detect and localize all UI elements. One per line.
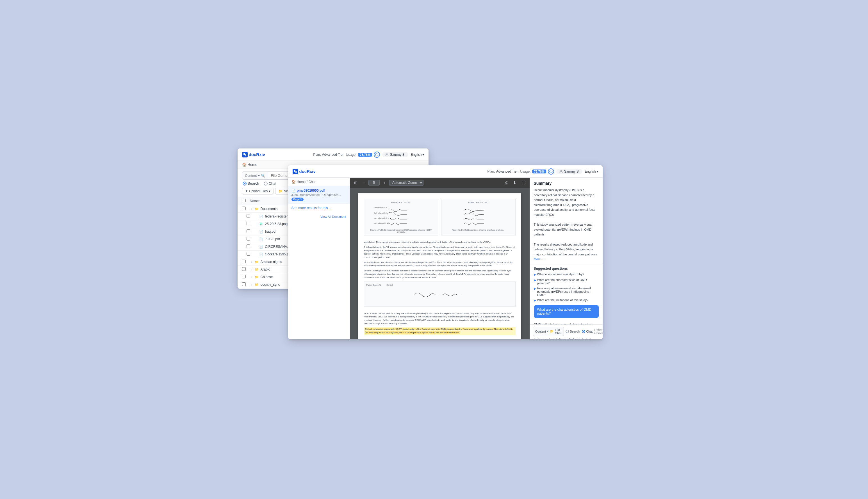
pdf-zoom-out-btn[interactable]: −	[361, 180, 366, 185]
suggested-questions-title: Suggested questions	[530, 264, 603, 272]
chat-scope-label: Limit scope to only files or folders sel…	[533, 338, 600, 339]
pdf-content[interactable]: Patient case 1 → OMD Dark-adapted 0.01 D…	[350, 188, 530, 339]
logo-text-2: docRxiv	[299, 169, 316, 174]
chevron-down-icon-4: ▾	[596, 170, 598, 173]
row-checkbox-8[interactable]	[242, 267, 246, 271]
row-checkbox-10[interactable]	[242, 282, 246, 286]
file-name-text: Documents	[261, 207, 278, 211]
summary-more-link[interactable]: More ...	[534, 257, 544, 261]
row-checkbox-2[interactable]	[246, 222, 250, 226]
expand-btn[interactable]: ›	[250, 260, 254, 264]
pdf-toolbar: ⊞ − + Automatic Zoom 🖨 ⬇ ⛶	[350, 178, 530, 188]
radio-chat-1[interactable]: Chat	[264, 181, 276, 185]
navbar-user-1[interactable]: Sammy S.	[382, 152, 408, 157]
pdf-text-5: From another point of view, one may ask …	[364, 312, 516, 325]
select-all-checkbox[interactable]	[242, 199, 246, 202]
row-checkbox-4[interactable]	[246, 237, 250, 241]
doc-breadcrumb-home[interactable]: Home / Chat	[297, 180, 316, 184]
expand-btn[interactable]: ›	[250, 283, 254, 287]
doc-chat-bar: Content ▾ 📁 File Chat Search	[530, 325, 603, 339]
suggestion-item[interactable]: ▶What is occult macular dystrophy?	[530, 272, 603, 277]
pdf-icon-left: 📄	[291, 188, 296, 193]
suggestion-item[interactable]: ▶How are pattern-reversal visual-evoked …	[530, 286, 603, 297]
file-name-text: 25-29.6.23.png	[265, 222, 288, 226]
file-name-text: Iraq.pdf	[265, 230, 277, 233]
active-question-btn[interactable]: What are the characteristics of OMD pati…	[534, 305, 599, 318]
suggestion-item[interactable]: ▶What are the characteristics of OMD pat…	[530, 277, 603, 286]
home-icon-2: 🏠	[291, 180, 296, 184]
logo-1[interactable]: docRxiv	[242, 152, 265, 157]
figure-caption-2: Figure 4b. Full-field recordings showing…	[444, 229, 513, 231]
expand-btn[interactable]: ›	[250, 275, 254, 279]
radio-dot-chat-2	[582, 330, 585, 333]
row-checkbox-0[interactable]	[242, 207, 246, 210]
chat-answer-area: OMD patients have several characteristic…	[530, 320, 603, 325]
pdf-zoom-in-btn[interactable]: +	[382, 180, 387, 185]
home-icon-1: 🏠	[242, 162, 246, 167]
reset-conversation-btn[interactable]: Reset Conversation	[594, 328, 602, 335]
row-checkbox-7[interactable]	[242, 259, 246, 263]
suggestion-item[interactable]: ▶What are the limitations of this study?	[530, 297, 603, 303]
usage-bar-2: Usage: 78.78%	[520, 168, 554, 174]
search-prefix-1[interactable]: Content ▾ 🔍	[242, 172, 268, 179]
row-checkbox-5[interactable]	[246, 244, 250, 248]
pdf-icon: 📄	[259, 244, 263, 249]
pdf-page-input[interactable]	[369, 180, 379, 185]
chat-bar-top: Content ▾ 📁 File Chat Search	[533, 327, 600, 336]
chat-bar-prefix[interactable]: Content ▾ 📁 File Chat	[533, 327, 564, 336]
view-all-doc-link[interactable]: View All Document	[321, 215, 346, 218]
upload-files-button[interactable]: ⬆ Upload Files ▾	[242, 188, 274, 194]
navbar-lang-2[interactable]: English ▾	[584, 170, 598, 173]
svg-rect-1	[245, 154, 246, 156]
figure-caption-1: Figure 4. Full-field electroretinograms …	[366, 229, 436, 233]
logo-text-1: docRxiv	[249, 152, 265, 157]
waveform-svg-2	[444, 205, 513, 227]
file-name-text: Arabic	[261, 267, 270, 271]
doc-left-more-link[interactable]: See more results for this ...	[288, 204, 350, 212]
pdf-print-btn[interactable]: 🖨	[503, 180, 509, 185]
radio-dot-search-1	[243, 182, 246, 185]
pdf-icon: 📄	[259, 252, 263, 256]
expand-btn[interactable]: ›	[250, 207, 254, 211]
suggestion-arrow: ▶	[534, 273, 536, 277]
file-name-text: clockers-1995.pdf	[265, 252, 292, 256]
suggestion-text: What is occult macular dystrophy?	[537, 272, 584, 276]
breadcrumb-home-text-1[interactable]: Home	[248, 162, 257, 167]
navbar-user-name-1: Sammy S.	[390, 153, 406, 157]
file-chat-icon: 📁	[550, 329, 554, 333]
chat-radio-chat[interactable]: Chat	[582, 330, 592, 333]
chat-radio-search[interactable]: Search	[566, 330, 580, 333]
row-checkbox-3[interactable]	[246, 229, 250, 233]
logo-2[interactable]: docRxiv	[293, 169, 316, 174]
docviewer-layout: 🏠 Home / Chat 📄 pmc03010000.pdf /Documen…	[288, 178, 603, 339]
navbar-user-2[interactable]: Sammy S.	[556, 169, 582, 174]
file-name-text: Chinese	[261, 275, 273, 279]
chat-answer-text: OMD patients have several characteristic…	[534, 322, 599, 325]
usage-badge-2: 78.78%	[532, 170, 546, 173]
row-checkbox-9[interactable]	[242, 275, 246, 278]
expand-btn[interactable]: ›	[250, 267, 254, 271]
svg-text:Light-adapted 30 Hz: Light-adapted 30 Hz	[373, 222, 389, 224]
row-checkbox-1[interactable]	[246, 214, 250, 218]
waveform-svg-3	[366, 287, 513, 303]
file-name-text: docrxiv_sync	[261, 283, 280, 287]
pdf-zoom-select[interactable]: Automatic Zoom	[389, 180, 423, 186]
row-checkbox-6[interactable]	[246, 252, 250, 256]
doc-left-page-badge: Page 5	[291, 198, 304, 201]
radio-search-1[interactable]: Search	[243, 181, 259, 185]
svg-rect-4	[294, 170, 296, 172]
folder-icon: 📁	[254, 259, 259, 264]
pdf-layers-btn[interactable]: ⊞	[353, 180, 359, 185]
user-icon-2	[559, 170, 563, 173]
pdf-fullscreen-btn[interactable]: ⛶	[520, 180, 527, 185]
pdf-download-btn[interactable]: ⬇	[511, 180, 518, 185]
user-icon-1	[385, 153, 389, 157]
chevron-down-icon-2: ▾	[258, 174, 260, 178]
navbar-2: docRxiv Plan: Advanced Tier Usage: 78.78…	[288, 165, 603, 178]
navbar-lang-1[interactable]: English ▾	[411, 153, 424, 157]
doc-left-breadcrumb: 🏠 Home / Chat	[288, 178, 350, 186]
folder-icon: 📁	[254, 275, 259, 279]
doc-left-file-item[interactable]: 📄 pmc03010000.pdf /Documents/Science PDF…	[288, 186, 350, 204]
radio-dot-chat-1	[264, 182, 268, 185]
suggestion-text: What are the limitations of this study?	[537, 298, 589, 302]
